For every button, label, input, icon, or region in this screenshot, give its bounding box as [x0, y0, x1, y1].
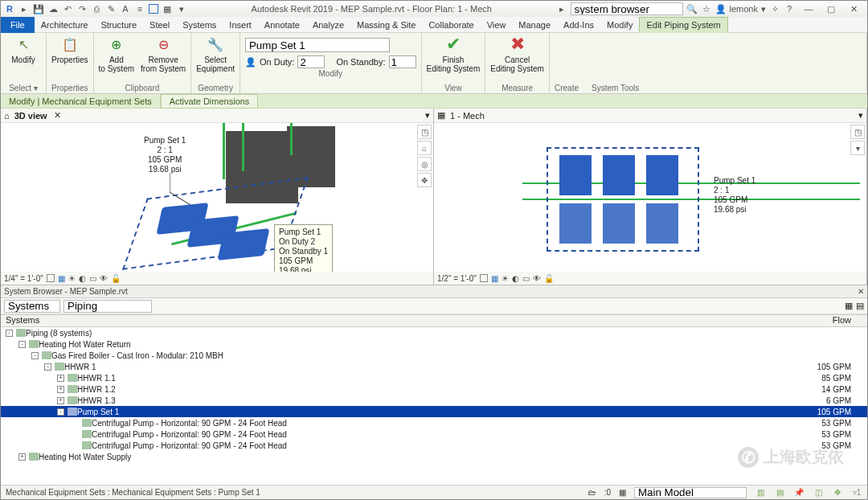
shadows-icon[interactable]: ◐	[512, 274, 519, 283]
pump[interactable]	[217, 228, 269, 260]
expand-toggle[interactable]: -	[6, 330, 13, 337]
tab-view[interactable]: View	[481, 17, 513, 33]
sun-path-icon[interactable]: ☀	[502, 274, 509, 283]
browser-close-button[interactable]: ✕	[858, 287, 864, 296]
save-icon[interactable]: 💾	[33, 3, 44, 14]
tab-architecture[interactable]: Architecture	[35, 17, 95, 33]
pump[interactable]	[603, 203, 635, 244]
cancel-editing-button[interactable]: ✖Cancel Editing System	[490, 35, 544, 73]
canvas-plan[interactable]: Pump Set 1 2 : 1 105 GPM 19.68 psi ◳ ▾	[434, 123, 866, 272]
set-name-combo[interactable]	[245, 38, 390, 52]
minimize-button[interactable]: —	[798, 2, 819, 15]
on-duty-input[interactable]	[297, 55, 325, 68]
panel-label[interactable]: Select ▾	[6, 83, 41, 93]
shadows-icon[interactable]: ◐	[79, 274, 86, 283]
crop-icon[interactable]: ▭	[522, 274, 530, 283]
remove-from-system-button[interactable]: ⊖Remove from System	[141, 35, 186, 73]
on-standby-input[interactable]	[389, 55, 416, 68]
select-face-icon[interactable]: ◫	[813, 487, 824, 498]
properties-button[interactable]: 📋Properties	[51, 35, 88, 64]
col-flow[interactable]: Flow	[779, 315, 867, 326]
pump[interactable]	[646, 155, 678, 195]
select-links-icon[interactable]: ▥	[755, 487, 766, 498]
tree-row[interactable]: - Piping (8 systems)	[1, 327, 867, 338]
tab-insert[interactable]: Insert	[223, 17, 258, 33]
tree-row[interactable]: Centrifugal Pump - Horizontal: 90 GPM - …	[1, 417, 867, 428]
tree-row[interactable]: - Pump Set 1105 GPM	[1, 406, 867, 417]
detail-level-icon[interactable]	[47, 274, 55, 282]
reveal-icon[interactable]: 🔓	[111, 274, 121, 283]
worksets-icon[interactable]: ▦	[619, 488, 626, 497]
nav-arrow-icon[interactable]: ▾	[850, 141, 865, 155]
tree-row[interactable]: - Gas Fired Boiler - Cast Iron - Modular…	[1, 350, 867, 361]
nav-wheel-icon[interactable]: ◎	[417, 157, 432, 171]
tab-addins[interactable]: Add-Ins	[557, 17, 600, 33]
tab-edit-piping-system[interactable]: Edit Piping System	[639, 17, 727, 33]
filter-icon[interactable]: ▿1	[851, 487, 862, 498]
select-underlay-icon[interactable]: ▤	[774, 487, 785, 498]
infocenter-icon[interactable]: ▸	[556, 3, 567, 14]
crop-icon[interactable]: ▭	[89, 274, 96, 283]
system-type-filter[interactable]	[63, 300, 152, 313]
open-icon[interactable]: ▸	[18, 3, 30, 14]
close-button[interactable]: ✕	[843, 2, 864, 15]
sun-path-icon[interactable]: ☀	[68, 274, 76, 283]
help-icon[interactable]: ?	[784, 3, 795, 14]
pump[interactable]	[646, 203, 678, 244]
add-to-system-button[interactable]: ⊕Add to System	[99, 35, 134, 73]
tab-systems[interactable]: Systems	[176, 17, 223, 33]
activate-dimensions-button[interactable]: Activate Dimensions	[161, 94, 259, 109]
expand-toggle[interactable]: -	[31, 352, 39, 359]
exchange-icon[interactable]: ✧	[769, 3, 780, 14]
undo-icon[interactable]: ↶	[62, 3, 73, 14]
tree-row[interactable]: + HHWR 1.214 GPM	[1, 383, 867, 395]
tab-manage[interactable]: Manage	[512, 17, 557, 33]
pump[interactable]	[559, 155, 592, 195]
redo-icon[interactable]: ↷	[76, 3, 88, 14]
expand-toggle[interactable]: -	[44, 363, 51, 371]
view-menu-button[interactable]: ▾	[425, 110, 430, 121]
drag-elements-icon[interactable]: ✥	[832, 487, 843, 498]
tree-row[interactable]: - Heating Hot Water Return	[1, 338, 867, 350]
tab-analyze[interactable]: Analyze	[306, 17, 350, 33]
home-icon[interactable]: ⌂	[417, 141, 432, 155]
file-tab[interactable]: File	[1, 17, 35, 33]
hide-icon[interactable]: 👁	[100, 274, 108, 283]
switch-window-icon[interactable]: ▦	[162, 3, 173, 14]
view-home-icon[interactable]: ▦	[437, 110, 445, 121]
browser-view-icon[interactable]: ▦	[845, 301, 853, 311]
search-go-icon[interactable]: 🔍	[686, 3, 698, 14]
scale-display[interactable]: 1/4" = 1'-0"	[4, 274, 43, 283]
dropdown-icon[interactable]: ▾	[176, 3, 187, 14]
maximize-button[interactable]: ▢	[821, 2, 841, 15]
tab-massing[interactable]: Massing & Site	[350, 17, 422, 33]
expand-toggle[interactable]: +	[18, 453, 26, 461]
visual-style-icon[interactable]: ▦	[491, 274, 498, 283]
tab-collaborate[interactable]: Collaborate	[422, 17, 480, 33]
search-input[interactable]	[571, 2, 683, 15]
view-home-icon[interactable]: ⌂	[4, 111, 10, 121]
view-menu-button[interactable]: ▾	[858, 110, 863, 121]
tab-modify[interactable]: Modify	[600, 17, 639, 33]
discipline-filter[interactable]	[4, 300, 60, 313]
pump[interactable]	[559, 203, 592, 244]
finish-editing-button[interactable]: ✔Finish Editing System	[427, 35, 481, 73]
sync-icon[interactable]: ☁	[47, 3, 59, 14]
text-icon[interactable]: A	[120, 3, 131, 14]
browser-settings-icon[interactable]: ▤	[856, 301, 864, 311]
close-hidden-icon[interactable]	[149, 4, 158, 14]
nav-cube-icon[interactable]: ◳	[850, 125, 865, 139]
col-systems[interactable]: Systems	[1, 315, 779, 326]
selection-hint-icon[interactable]: 🗁	[588, 488, 596, 497]
user-menu[interactable]: 👤 lemonk ▾	[715, 4, 766, 14]
tab-steel[interactable]: Steel	[143, 17, 176, 33]
expand-toggle[interactable]: +	[57, 397, 64, 404]
visual-style-icon[interactable]: ▦	[58, 274, 65, 283]
canvas-3d[interactable]: Pump Set 1 2 : 1 105 GPM 19.68 psi Pump …	[1, 123, 433, 272]
viewcube-icon[interactable]: ◳	[417, 125, 432, 139]
scale-display[interactable]: 1/2" = 1'-0"	[437, 274, 477, 283]
tree-row[interactable]: + HHWR 1.185 GPM	[1, 372, 867, 383]
measure-icon[interactable]: ✎	[105, 3, 117, 14]
select-equipment-button[interactable]: 🔧Select Equipment	[196, 35, 235, 73]
main-model-combo[interactable]	[634, 487, 747, 498]
